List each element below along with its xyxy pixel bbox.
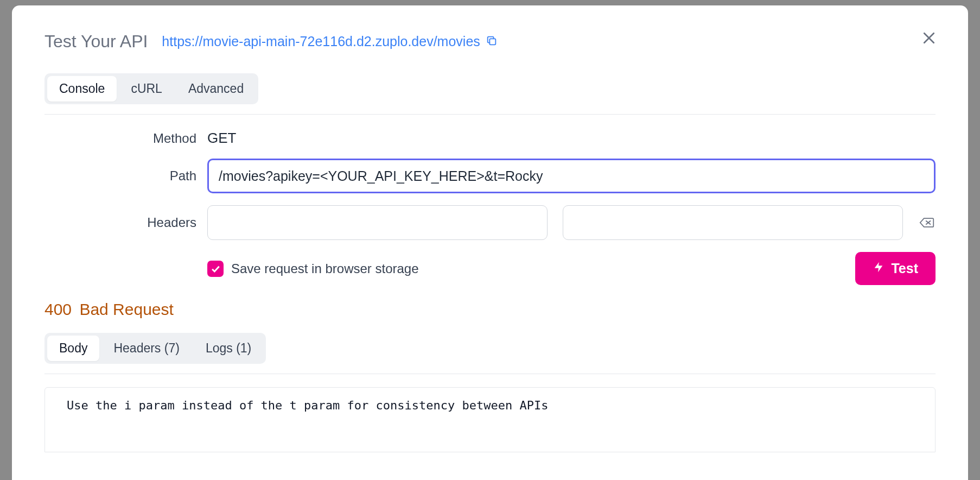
save-request-label: Save request in browser storage <box>231 261 419 276</box>
response-body: Use the i param instead of the t param f… <box>44 387 936 452</box>
tab-body[interactable]: Body <box>47 336 99 361</box>
copy-url-icon[interactable] <box>486 35 498 49</box>
header-key-input[interactable] <box>207 205 548 240</box>
response-tabs: Body Headers (7) Logs (1) <box>44 333 266 364</box>
delete-header-icon[interactable] <box>918 214 936 231</box>
bolt-icon <box>873 261 884 276</box>
request-tabs: Console cURL Advanced <box>44 73 258 104</box>
tab-curl[interactable]: cURL <box>119 76 174 102</box>
tab-response-headers[interactable]: Headers (7) <box>101 336 191 361</box>
close-button[interactable] <box>918 27 940 49</box>
modal-header: Test Your API https://movie-api-main-72e… <box>44 31 936 52</box>
path-label: Path <box>44 168 207 184</box>
headers-row: Headers <box>44 205 936 240</box>
modal-title: Test Your API <box>44 31 148 52</box>
status-text: Bad Request <box>79 300 173 318</box>
method-value: GET <box>207 130 236 147</box>
header-value-input[interactable] <box>563 205 903 240</box>
status-code: 400 <box>44 300 72 318</box>
action-row: Save request in browser storage Test <box>44 252 936 285</box>
tab-logs[interactable]: Logs (1) <box>194 336 263 361</box>
headers-inputs <box>207 205 936 240</box>
path-row: Path <box>44 159 936 193</box>
divider <box>44 114 936 115</box>
tab-advanced[interactable]: Advanced <box>176 76 256 102</box>
path-input[interactable] <box>207 159 936 193</box>
response-status: 400 Bad Request <box>44 300 936 319</box>
save-request-checkbox[interactable] <box>207 261 224 277</box>
method-label: Method <box>44 131 207 146</box>
api-test-modal: Test Your API https://movie-api-main-72e… <box>12 5 968 480</box>
divider <box>44 374 936 374</box>
test-button-label: Test <box>891 261 918 276</box>
method-row: Method GET <box>44 130 936 147</box>
svg-rect-2 <box>489 39 495 45</box>
endpoint-url[interactable]: https://movie-api-main-72e116d.d2.zuplo.… <box>162 34 480 49</box>
test-button[interactable]: Test <box>855 252 936 285</box>
endpoint-url-wrap: https://movie-api-main-72e116d.d2.zuplo.… <box>162 34 497 49</box>
save-request-wrap: Save request in browser storage <box>207 261 855 277</box>
tab-console[interactable]: Console <box>47 76 117 102</box>
headers-label: Headers <box>44 215 207 230</box>
